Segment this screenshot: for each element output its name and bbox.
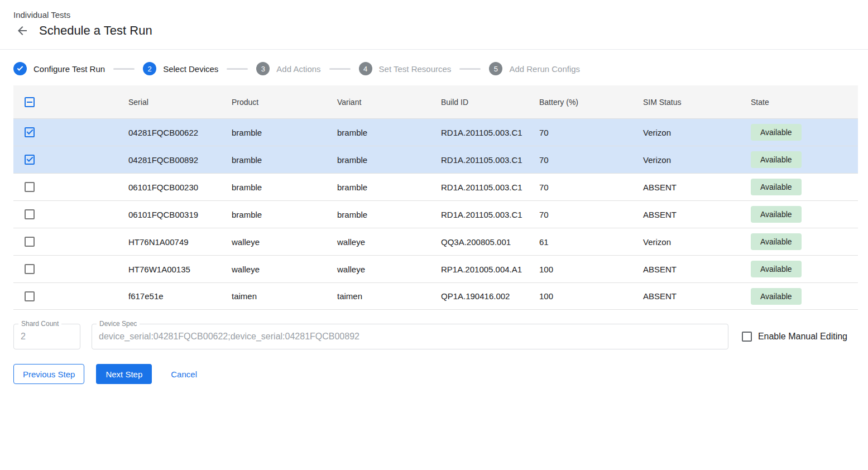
step-circle-3: 3 <box>256 62 270 75</box>
step-connector <box>459 68 481 70</box>
cell-product: bramble <box>218 155 324 165</box>
step-circle-1 <box>13 62 27 75</box>
row-checkbox[interactable] <box>25 182 35 192</box>
enable-manual-editing-toggle[interactable]: Enable Manual Editing <box>742 332 847 342</box>
cell-product: walleye <box>218 237 324 247</box>
table-row[interactable]: f617e51e taimen taimen QP1A.190416.002 1… <box>13 282 858 310</box>
cell-variant: walleye <box>324 237 428 247</box>
stepper-step-add-actions[interactable]: 3 Add Actions <box>256 62 320 75</box>
cell-product: taimen <box>218 291 324 301</box>
cell-battery: 61 <box>526 237 630 247</box>
row-checkbox[interactable] <box>25 155 35 165</box>
table-row[interactable]: HT76N1A00749 walleye walleye QQ3A.200805… <box>13 228 858 255</box>
state-badge: Available <box>751 261 802 277</box>
cell-build-id: RP1A.201005.004.A1 <box>428 265 526 274</box>
cell-battery: 70 <box>526 210 630 219</box>
cell-build-id: RD1A.201105.003.C1 <box>428 128 526 137</box>
enable-manual-editing-checkbox[interactable] <box>742 332 752 342</box>
stepper: Configure Test Run 2 Select Devices 3 Ad… <box>0 50 868 75</box>
state-badge: Available <box>751 151 802 168</box>
table-row[interactable]: HT76W1A00135 walleye walleye RP1A.201005… <box>13 255 858 282</box>
row-checkbox[interactable] <box>25 291 35 301</box>
state-badge: Available <box>751 288 802 305</box>
cell-sim-status: Verizon <box>630 155 737 165</box>
cell-serial: 04281FQCB00622 <box>115 128 218 137</box>
previous-step-button[interactable]: Previous Step <box>13 364 84 384</box>
column-header-variant: Variant <box>324 98 428 107</box>
shard-count-field[interactable]: Shard Count 2 <box>13 324 80 349</box>
cell-product: bramble <box>218 128 324 137</box>
cell-serial: HT76W1A00135 <box>115 265 218 274</box>
device-spec-field[interactable]: Device Spec device_serial:04281FQCB00622… <box>92 324 728 349</box>
cell-battery: 70 <box>526 128 630 137</box>
breadcrumb: Individual Tests <box>13 10 855 20</box>
step-connector <box>329 68 351 70</box>
column-header-build-id: Build ID <box>428 98 526 107</box>
page-title: Schedule a Test Run <box>39 23 152 38</box>
cell-sim-status: ABSENT <box>630 210 737 219</box>
enable-manual-editing-label: Enable Manual Editing <box>758 332 847 342</box>
cell-sim-status: ABSENT <box>630 291 737 301</box>
check-icon <box>17 65 23 71</box>
shard-count-value: 2 <box>21 332 26 342</box>
step-label: Add Actions <box>276 64 320 74</box>
cell-sim-status: ABSENT <box>630 183 737 192</box>
table-row[interactable]: 04281FQCB00892 bramble bramble RD1A.2011… <box>13 146 858 173</box>
row-checkbox[interactable] <box>25 264 35 274</box>
cell-build-id: RD1A.201105.003.C1 <box>428 183 526 192</box>
cell-build-id: RD1A.201105.003.C1 <box>428 210 526 219</box>
cell-battery: 100 <box>526 291 630 301</box>
state-badge: Available <box>751 179 802 195</box>
row-checkbox[interactable] <box>25 127 35 137</box>
cell-sim-status: Verizon <box>630 237 737 247</box>
title-row: Schedule a Test Run <box>13 23 855 38</box>
state-badge: Available <box>751 233 802 250</box>
cell-product: bramble <box>218 210 324 219</box>
step-connector <box>227 68 248 70</box>
cell-serial: 06101FQCB00319 <box>115 210 218 219</box>
form-fields-row: Shard Count 2 Device Spec device_serial:… <box>13 324 847 349</box>
stepper-step-set-test-resources[interactable]: 4 Set Test Resources <box>359 62 452 75</box>
device-spec-value: device_serial:04281FQCB00622;device_seri… <box>99 332 359 342</box>
cell-variant: walleye <box>324 265 428 274</box>
column-header-product: Product <box>218 98 324 107</box>
stepper-step-select-devices[interactable]: 2 Select Devices <box>143 62 218 75</box>
table-header-row: Serial Product Variant Build ID Battery … <box>13 85 858 118</box>
step-label: Configure Test Run <box>33 64 105 74</box>
cell-battery: 70 <box>526 155 630 165</box>
cell-sim-status: Verizon <box>630 128 737 137</box>
device-table: Serial Product Variant Build ID Battery … <box>13 85 858 310</box>
table-row[interactable]: 04281FQCB00622 bramble bramble RD1A.2011… <box>13 118 858 146</box>
step-label: Add Rerun Configs <box>509 64 580 74</box>
action-buttons: Previous Step Next Step Cancel <box>13 364 855 384</box>
row-checkbox[interactable] <box>25 209 35 219</box>
cell-serial: f617e51e <box>115 291 218 301</box>
step-label: Set Test Resources <box>379 64 452 74</box>
page-header: Individual Tests Schedule a Test Run <box>0 0 868 50</box>
cell-variant: taimen <box>324 291 428 301</box>
cell-serial: 04281FQCB00892 <box>115 155 218 165</box>
row-checkbox[interactable] <box>25 237 35 247</box>
cell-serial: 06101FQCB00230 <box>115 183 218 192</box>
cancel-button[interactable]: Cancel <box>163 364 205 384</box>
table-row[interactable]: 06101FQCB00319 bramble bramble RD1A.2011… <box>13 200 858 228</box>
step-circle-5: 5 <box>489 62 502 75</box>
column-header-serial: Serial <box>115 98 218 107</box>
select-all-checkbox[interactable] <box>25 97 35 107</box>
cell-variant: bramble <box>324 210 428 219</box>
cell-product: bramble <box>218 183 324 192</box>
cell-variant: bramble <box>324 183 428 192</box>
next-step-button[interactable]: Next Step <box>96 364 152 384</box>
cell-sim-status: ABSENT <box>630 265 737 274</box>
column-header-battery: Battery (%) <box>526 98 630 107</box>
table-row[interactable]: 06101FQCB00230 bramble bramble RD1A.2011… <box>13 173 858 200</box>
cell-product: walleye <box>218 265 324 274</box>
step-connector <box>113 68 135 70</box>
stepper-step-add-rerun-configs[interactable]: 5 Add Rerun Configs <box>489 62 580 75</box>
column-header-sim-status: SIM Status <box>630 98 737 107</box>
stepper-step-configure-test-run[interactable]: Configure Test Run <box>13 62 105 75</box>
back-button[interactable] <box>16 24 29 37</box>
step-circle-4: 4 <box>359 62 372 75</box>
step-label: Select Devices <box>163 64 218 74</box>
cell-build-id: QP1A.190416.002 <box>428 291 526 301</box>
